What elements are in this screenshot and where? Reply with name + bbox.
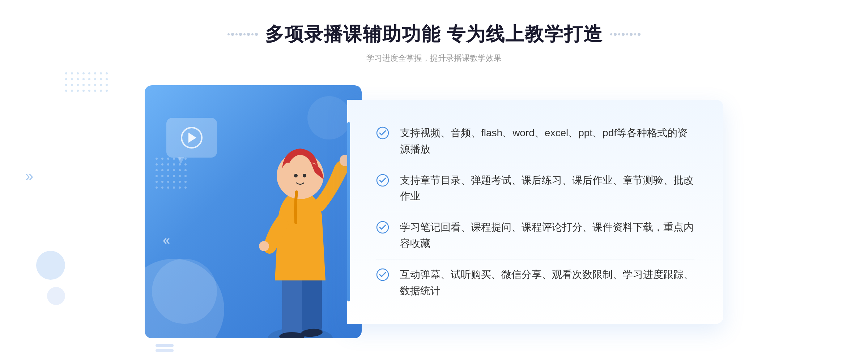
illustration-dot-grid [156,158,187,189]
feature-text-4: 互动弹幕、试听购买、微信分享、观看次数限制、学习进度跟踪、数据统计 [400,267,694,299]
illustration-area: « [145,85,362,338]
page-subtitle: 学习进度全掌握，提升录播课教学效果 [227,53,641,64]
header-dots-left [227,33,258,36]
header-section: 多项录播课辅助功能 专为线上教学打造 学习进度全掌握，提升录播课教学效果 [227,22,641,64]
illustration-background: « [145,85,362,338]
panel-left-accent [347,122,350,301]
svg-point-5 [277,152,324,199]
svg-point-9 [259,241,269,251]
play-bubble [166,118,217,158]
feature-text-3: 学习笔记回看、课程提问、课程评论打分、课件资料下载，重点内容收藏 [400,219,694,252]
deco-circle-medium [152,259,217,324]
content-area: « [145,85,723,338]
feature-item-3: 学习笔记回看、课程提问、课程评论打分、课件资料下载，重点内容收藏 [376,212,694,259]
svg-rect-1 [282,273,302,338]
deco-circle-far-left [36,251,65,280]
features-panel: 支持视频、音频、flash、word、excel、ppt、pdf等各种格式的资源… [347,100,723,324]
feature-text-2: 支持章节目录、弹题考试、课后练习、课后作业、章节测验、批改作业 [400,172,694,205]
bg-dot-pattern-left [65,72,108,92]
svg-point-6 [294,174,298,177]
check-icon-2 [376,174,389,187]
check-icon-3 [376,221,389,234]
feature-item-1: 支持视频、音频、flash、word、excel、ppt、pdf等各种格式的资源… [376,118,694,165]
play-icon [181,127,203,149]
page-title: 多项录播课辅助功能 专为线上教学打造 [265,22,603,47]
arrow-decoration: « [163,233,170,248]
check-icon-1 [376,126,389,139]
feature-item-2: 支持章节目录、弹题考试、课后练习、课后作业、章节测验、批改作业 [376,165,694,213]
title-row: 多项录播课辅助功能 专为线上教学打造 [227,22,641,47]
page-container: » 多项录播课辅助功能 专为线上教学打造 学习进度全掌握，提升录播课教学效果 [0,0,868,352]
header-dots-right [610,33,641,36]
feature-item-4: 互动弹幕、试听购买、微信分享、观看次数限制、学习进度跟踪、数据统计 [376,259,694,306]
deco-circle-far-left-2 [47,287,65,305]
feature-text-1: 支持视频、音频、flash、word、excel、ppt、pdf等各种格式的资源… [400,125,694,158]
svg-point-7 [303,174,306,177]
check-icon-4 [376,268,389,281]
person-illustration [231,129,362,338]
play-triangle [188,133,196,143]
left-chevrons-decoration: » [25,168,33,184]
stripe-decoration [156,344,174,352]
svg-rect-2 [302,273,322,335]
